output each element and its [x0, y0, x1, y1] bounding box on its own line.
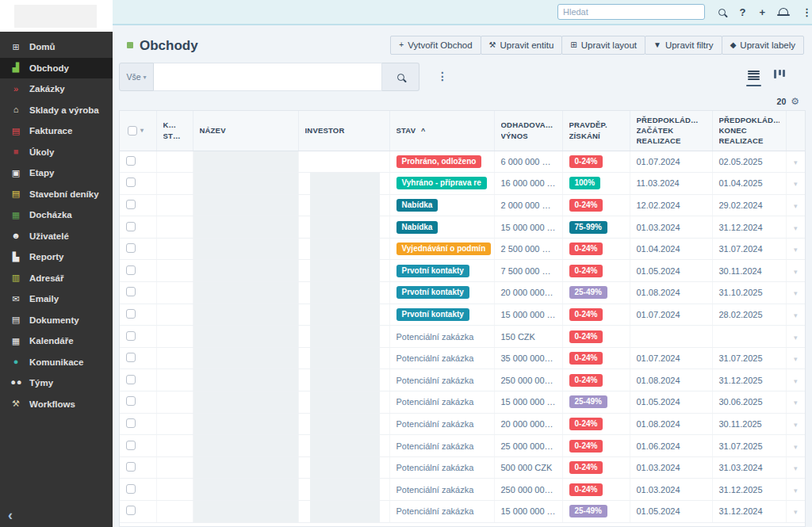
row-menu-caret-icon[interactable]: ▾: [794, 158, 798, 166]
filter-more-icon[interactable]: ⋮: [437, 70, 448, 83]
sidebar-item-ukoly[interactable]: ■Úkoly: [0, 142, 113, 163]
table-row[interactable]: Potenciální zakázka25 000 000…0-24%01.06…: [120, 435, 805, 457]
table-row[interactable]: Potenciální zakázka500 000 CZK0-24%01.03…: [120, 456, 805, 479]
table-row[interactable]: Nabídka2 000 000 …0-24%12.02.202429.02.2…: [120, 194, 805, 216]
column-header-select[interactable]: ▾: [120, 111, 156, 151]
sidebar-item-workflows[interactable]: ⚒Workflows: [0, 394, 113, 415]
row-menu-caret-icon[interactable]: ▾: [794, 464, 798, 472]
column-header-nazev[interactable]: NÁZEV: [193, 111, 298, 151]
kanban-view-toggle[interactable]: [774, 69, 785, 78]
scope-dropdown[interactable]: Vše ▾: [119, 63, 154, 91]
row-menu-caret-icon[interactable]: ▾: [794, 311, 798, 319]
add-icon[interactable]: +: [759, 7, 765, 17]
column-header-pravdep[interactable]: PRAVDĚP.ZÍSKÁNÍ: [562, 111, 630, 151]
row-menu-caret-icon[interactable]: ▾: [794, 224, 798, 232]
row-checkbox[interactable]: [126, 353, 136, 362]
table-row[interactable]: Potenciální zakázka15 000 000 …25-49%01.…: [120, 391, 805, 414]
row-checkbox[interactable]: [126, 396, 136, 406]
table-row[interactable]: Potenciální zakázka250 000 00…0-24%01.08…: [120, 369, 805, 391]
sidebar-item-tymy[interactable]: ☻☻Týmy: [0, 372, 113, 394]
row-menu-caret-icon[interactable]: ▾: [794, 443, 798, 451]
row-checkbox[interactable]: [126, 331, 136, 341]
table-row[interactable]: Prvotní kontakty20 000 000…25-49%01.08.2…: [120, 282, 805, 304]
table-row[interactable]: Prvotní kontakty7 500 000 …0-24%01.05.20…: [120, 260, 805, 282]
logo[interactable]: [0, 0, 113, 32]
row-menu-caret-icon[interactable]: ▾: [794, 355, 798, 363]
sidebar-item-emaily[interactable]: ✉Emaily: [0, 288, 113, 310]
row-checkbox[interactable]: [126, 462, 136, 472]
sidebar-item-sklady-a-vyroba[interactable]: ⌂Sklady a výroba: [0, 100, 113, 121]
create-deal-button[interactable]: +Vytvořit Obchod: [390, 36, 481, 55]
row-menu-caret-icon[interactable]: ▾: [794, 334, 798, 342]
sidebar-item-etapy[interactable]: ▣Etapy: [0, 162, 113, 184]
row-menu-caret-icon[interactable]: ▾: [794, 180, 798, 188]
row-menu-caret-icon[interactable]: ▾: [794, 202, 798, 210]
sidebar-item-obchody[interactable]: ▟Obchody: [0, 58, 113, 79]
sidebar-item-dokumenty[interactable]: ▤Dokumenty: [0, 310, 113, 331]
select-all-checkbox[interactable]: [128, 126, 137, 136]
row-checkbox[interactable]: [126, 506, 136, 515]
column-header-konec[interactable]: PŘEDPOKLÁD…KONECREALIZACE: [712, 111, 786, 151]
column-header-investor[interactable]: INVESTOR: [298, 111, 389, 151]
row-menu-caret-icon[interactable]: ▾: [794, 377, 798, 385]
row-menu-caret-icon[interactable]: ▾: [794, 399, 798, 407]
sidebar-item-dochazka[interactable]: ▦Docházka: [0, 204, 113, 226]
sidebar-item-reporty[interactable]: ▙Reporty: [0, 246, 113, 268]
edit-filters-button[interactable]: ▼Upravit filtry: [645, 36, 722, 55]
row-checkbox[interactable]: [126, 441, 136, 450]
table-row[interactable]: Vyhráno - příprava re16 000 000 …100%11.…: [120, 173, 805, 195]
sidebar-item-domu[interactable]: ⊞Domů: [0, 36, 113, 58]
table-search-button[interactable]: [382, 63, 419, 91]
row-checkbox[interactable]: [126, 309, 136, 319]
row-checkbox[interactable]: [126, 243, 136, 253]
row-checkbox[interactable]: [126, 178, 136, 187]
more-options-icon[interactable]: ⋮: [802, 7, 812, 17]
table-row[interactable]: Prohráno, odloženo6 000 000 …0-24%01.07.…: [120, 151, 805, 173]
row-checkbox[interactable]: [126, 418, 136, 428]
sidebar-item-stavebni-deniky[interactable]: ▤Stavební deníky: [0, 184, 113, 205]
table-row[interactable]: Potenciální zakázka150 CZK0-24%▾: [120, 326, 805, 348]
row-checkbox[interactable]: [126, 200, 136, 209]
caret-down-icon[interactable]: ▾: [140, 127, 144, 134]
global-search-input[interactable]: [557, 4, 705, 20]
sidebar-item-adresar[interactable]: ▥Adresář: [0, 268, 113, 289]
row-menu-caret-icon[interactable]: ▾: [794, 421, 798, 429]
table-row[interactable]: Prvotní kontakty15 000 000 …0-24%01.07.2…: [120, 304, 805, 326]
row-checkbox[interactable]: [126, 156, 136, 166]
row-checkbox[interactable]: [126, 222, 136, 231]
edit-labels-button[interactable]: ◆Upravit labely: [722, 36, 804, 55]
table-row[interactable]: Potenciální zakázka15 000 000 …25-49%01.…: [120, 501, 805, 523]
row-menu-caret-icon[interactable]: ▾: [794, 268, 798, 276]
table-row[interactable]: Potenciální zakázka20 000 000…0-24%01.08…: [120, 413, 805, 435]
list-view-toggle[interactable]: [746, 69, 761, 86]
search-icon[interactable]: [718, 9, 726, 16]
sidebar-item-uzivatele[interactable]: ☻Uživatelé: [0, 226, 113, 247]
row-menu-caret-icon[interactable]: ▾: [794, 289, 798, 297]
gear-icon[interactable]: ⚙: [791, 97, 799, 106]
row-checkbox[interactable]: [126, 265, 136, 275]
table-row[interactable]: Nabídka15 000 000 …75-99%01.03.202431.12…: [120, 216, 805, 239]
column-header-zacatek[interactable]: PŘEDPOKLÁD…ZAČÁTEKREALIZACE: [630, 111, 712, 151]
column-header-kst[interactable]: K…ST…: [156, 111, 193, 151]
column-header-stav[interactable]: STAV ^: [389, 111, 494, 151]
column-header-vynos[interactable]: ODHADOVA…VÝNOS: [494, 111, 562, 151]
row-menu-caret-icon[interactable]: ▾: [794, 246, 798, 254]
row-checkbox[interactable]: [126, 375, 136, 384]
table-row[interactable]: Potenciální zakázka250 000 00…0-24%01.03…: [120, 479, 805, 501]
row-checkbox[interactable]: [126, 287, 136, 296]
sidebar-item-fakturace[interactable]: ▤Fakturace: [0, 120, 113, 142]
table-search-input[interactable]: [154, 63, 382, 91]
edit-entity-button[interactable]: ⚒Upravit entitu: [481, 36, 563, 55]
page-size-value[interactable]: 20: [777, 97, 787, 106]
row-checkbox[interactable]: [126, 484, 136, 494]
notifications-bell-icon[interactable]: [779, 8, 788, 16]
sidebar-collapse-icon[interactable]: ‹: [8, 508, 13, 522]
sidebar-item-komunikace[interactable]: ●Komunikace: [0, 352, 113, 373]
sidebar-item-kalendare[interactable]: ▦Kalendáře: [0, 330, 113, 352]
table-row[interactable]: Potenciální zakázka35 000 000…0-24%01.07…: [120, 347, 805, 369]
row-menu-caret-icon[interactable]: ▾: [794, 508, 798, 516]
table-row[interactable]: Vyjednávání o podmín2 500 000 …0-24%01.0…: [120, 238, 805, 260]
edit-layout-button[interactable]: ⊞Upravit layout: [561, 36, 645, 55]
row-menu-caret-icon[interactable]: ▾: [794, 487, 798, 495]
help-icon[interactable]: ?: [739, 7, 745, 17]
